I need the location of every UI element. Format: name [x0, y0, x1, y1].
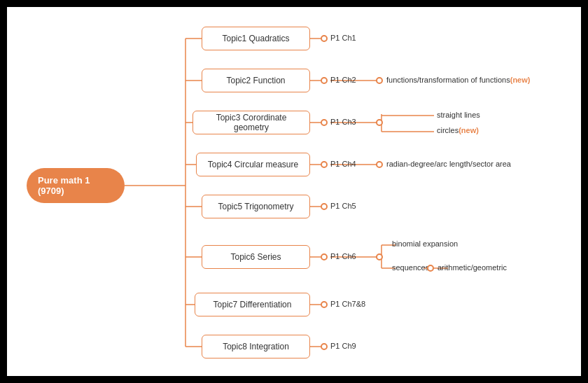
ch3-sub-label-circles: circles(new) — [437, 126, 479, 134]
ch6-sub-seq-dot — [427, 265, 434, 272]
root-label: Pure math 1 (9709) — [38, 175, 113, 196]
ch3-sub-dot — [376, 119, 383, 126]
ch6-dot — [321, 253, 328, 260]
ch2-sub-label: functions/transformation of functions(ne… — [386, 76, 530, 84]
topic5-box[interactable]: Topic5 Trigonometry — [202, 195, 310, 218]
ch8-label: P1 Ch9 — [330, 342, 356, 350]
topic2-label: Topic2 Function — [226, 76, 285, 85]
ch4-dot — [321, 161, 328, 168]
topic1-label: Topic1 Quadratics — [222, 34, 289, 43]
topic7-label: Topic7 Differentiation — [214, 300, 292, 309]
ch6-label: P1 Ch6 — [330, 252, 356, 260]
ch6-sub-dot — [376, 253, 383, 260]
ch2-sub-dot — [376, 77, 383, 84]
topic2-box[interactable]: Topic2 Function — [202, 69, 310, 92]
ch8-dot — [321, 343, 328, 350]
topic1-box[interactable]: Topic1 Quadratics — [202, 27, 310, 50]
ch2-dot — [321, 77, 328, 84]
ch6-sub-label-binom: binomial expansion — [392, 239, 458, 248]
topic3-box[interactable]: Topic3 Corordinate geometry — [192, 111, 310, 134]
ch3-dot — [321, 119, 328, 126]
topic4-label: Topic4 Circular measure — [208, 160, 298, 169]
ch3-label: P1 Ch3 — [330, 118, 356, 126]
ch6-sub-label-seq: sequences — [392, 263, 429, 272]
ch4-sub-dot — [376, 161, 383, 168]
canvas: Pure math 1 (9709) Topic1 Quadratics Top… — [7, 7, 581, 376]
topic8-box[interactable]: Topic8 Integration — [202, 335, 310, 358]
topic6-label: Topic6 Series — [230, 252, 281, 262]
topic5-label: Topic5 Trigonometry — [218, 202, 293, 211]
topic7-box[interactable]: Topic7 Differentiation — [195, 293, 310, 316]
ch5-label: P1 Ch5 — [330, 202, 356, 210]
ch7-dot — [321, 301, 328, 308]
ch4-sub-label: radian-degree/arc length/sector area — [386, 160, 511, 168]
ch1-label: P1 Ch1 — [330, 34, 356, 42]
ch7-label: P1 Ch7&8 — [330, 300, 365, 308]
ch2-label: P1 Ch2 — [330, 76, 356, 84]
ch1-dot — [321, 35, 328, 42]
ch6-sub-label-arith: arithmetic/geometric — [438, 263, 507, 272]
ch4-label: P1 Ch4 — [330, 160, 356, 168]
topic8-label: Topic8 Integration — [223, 342, 289, 351]
topic3-label: Topic3 Corordinate geometry — [199, 113, 304, 132]
topic4-box[interactable]: Topic4 Circular measure — [196, 153, 310, 176]
ch3-sub-label-straight: straight lines — [437, 111, 480, 119]
topic6-box[interactable]: Topic6 Series — [202, 245, 310, 269]
ch5-dot — [321, 203, 328, 210]
root-node[interactable]: Pure math 1 (9709) — [27, 168, 125, 203]
